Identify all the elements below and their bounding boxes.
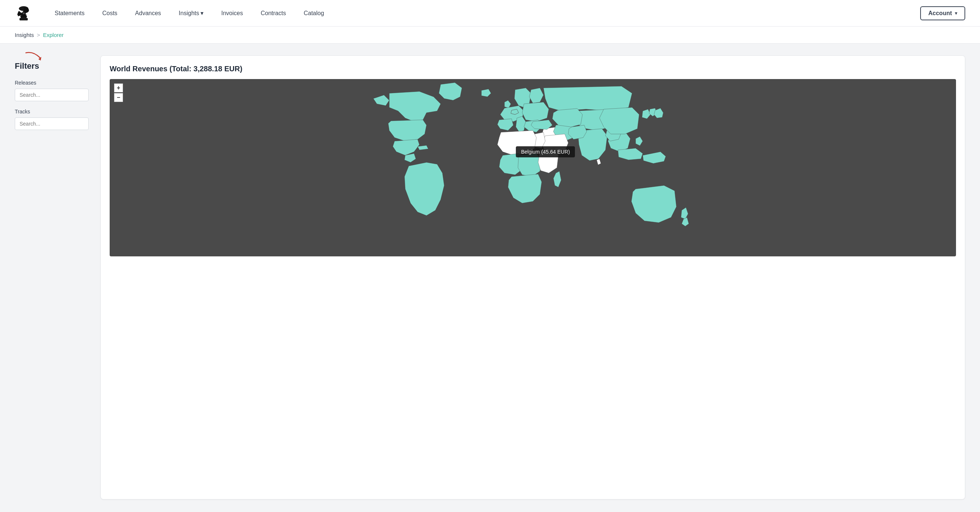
map-zoom-out-button[interactable]: −: [114, 93, 123, 102]
nav-statements[interactable]: Statements: [55, 10, 84, 17]
tracks-label: Tracks: [15, 108, 89, 115]
filters-header: Filters: [15, 56, 89, 71]
breadcrumb-parent[interactable]: Insights: [15, 32, 34, 38]
breadcrumb-current: Explorer: [43, 32, 64, 38]
main-content: Filters Releases Tracks World Revenues (…: [0, 44, 980, 511]
account-button[interactable]: Account ▾: [920, 6, 965, 20]
breadcrumb: Insights > Explorer: [0, 27, 980, 44]
svg-rect-2: [19, 18, 28, 20]
releases-label: Releases: [15, 80, 89, 86]
svg-rect-7: [20, 16, 27, 17]
nav-catalog[interactable]: Catalog: [304, 10, 324, 17]
map-zoom-controls: + −: [114, 83, 123, 102]
tracks-search-input[interactable]: [15, 118, 89, 130]
map-container[interactable]: + − Belgium (45.64 EUR): [110, 79, 956, 256]
nav-costs[interactable]: Costs: [102, 10, 118, 17]
releases-filter-group: Releases: [15, 80, 89, 101]
releases-search-input[interactable]: [15, 89, 89, 101]
logo[interactable]: [15, 5, 32, 22]
nav-contracts[interactable]: Contracts: [261, 10, 286, 17]
nav-invoices[interactable]: Invoices: [221, 10, 243, 17]
nav-insights[interactable]: Insights ▾: [179, 10, 204, 17]
header: Statements Costs Advances Insights ▾ Inv…: [0, 0, 980, 27]
map-title: World Revenues (Total: 3,288.18 EUR): [110, 65, 956, 73]
account-chevron-icon: ▾: [955, 11, 957, 16]
world-map: [110, 79, 956, 256]
tracks-filter-group: Tracks: [15, 108, 89, 130]
main-nav: Statements Costs Advances Insights ▾ Inv…: [55, 10, 920, 17]
map-zoom-in-button[interactable]: +: [114, 83, 123, 93]
nav-advances[interactable]: Advances: [135, 10, 161, 17]
insights-dropdown-icon: ▾: [200, 10, 204, 17]
filters-arrow-icon: [22, 51, 44, 62]
sidebar: Filters Releases Tracks: [15, 56, 89, 499]
breadcrumb-separator: >: [37, 32, 40, 38]
map-panel: World Revenues (Total: 3,288.18 EUR) + −…: [100, 56, 965, 499]
filters-title: Filters: [15, 61, 89, 71]
